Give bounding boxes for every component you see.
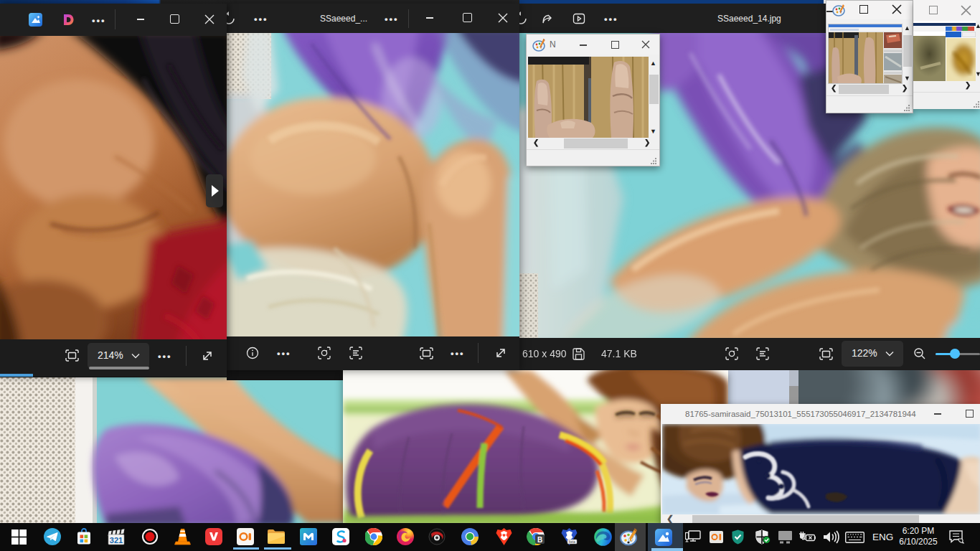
svg-text:321: 321 [110,536,123,545]
svg-text:B: B [537,536,542,544]
svg-text:beta: beta [569,540,575,544]
